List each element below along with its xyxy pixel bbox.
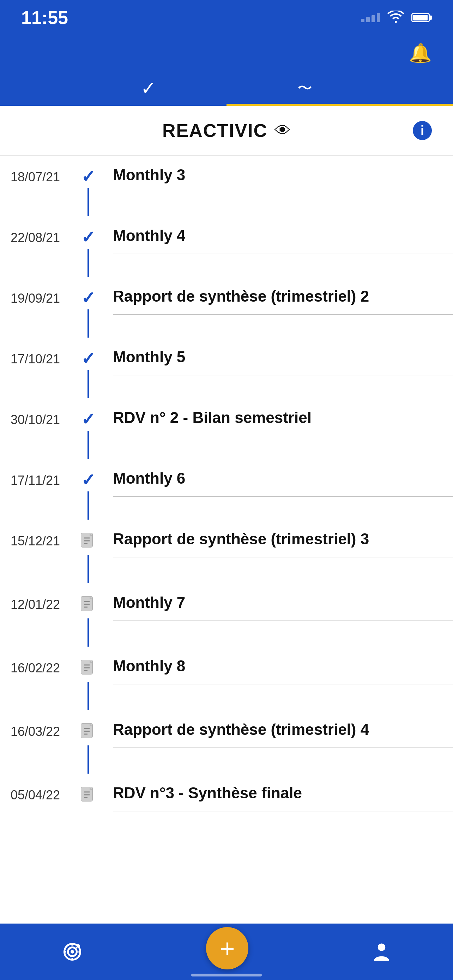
- item-content: RDV n°3 - Synthèse finale: [106, 784, 453, 818]
- info-button[interactable]: i: [413, 121, 432, 140]
- icon-column: [71, 530, 106, 583]
- item-title: Rapport de synthèse (trimestriel) 2: [113, 285, 369, 305]
- icon-column: ✓: [71, 166, 106, 216]
- item-title: RDV n°3 - Synthèse finale: [113, 781, 302, 802]
- item-title: Monthly 4: [113, 224, 185, 244]
- nav-profile[interactable]: [372, 941, 391, 963]
- item-content: Rapport de synthèse (trimestriel) 2: [106, 288, 453, 322]
- item-divider: [113, 496, 453, 497]
- timeline-connector: [87, 492, 89, 520]
- list-item[interactable]: 05/04/22 RDV n°3 - Synthèse finale: [0, 774, 453, 818]
- list-item[interactable]: 17/10/21 ✓ Monthly 5: [0, 337, 453, 398]
- timeline-connector: [87, 745, 89, 774]
- signal-icon: [361, 13, 380, 22]
- nav-target[interactable]: [62, 941, 83, 963]
- date-label: 16/03/22: [0, 721, 71, 739]
- tab-chart[interactable]: 〜: [297, 78, 312, 98]
- list-item[interactable]: 30/10/21 ✓ RDV n° 2 - Bilan semestriel: [0, 398, 453, 459]
- item-content: Rapport de synthèse (trimestriel) 4: [106, 721, 453, 755]
- item-title: Monthly 8: [113, 654, 185, 675]
- item-divider: [113, 557, 453, 557]
- item-title: Rapport de synthèse (trimestriel) 3: [113, 527, 369, 547]
- item-title: Monthly 5: [113, 345, 185, 366]
- eye-icon: 👁: [275, 121, 291, 140]
- timeline-connector: [87, 619, 89, 647]
- info-label: i: [421, 123, 424, 138]
- item-divider: [113, 314, 453, 315]
- check-tab-icon: ✓: [141, 78, 156, 99]
- status-bar: 11:55: [0, 0, 453, 35]
- check-icon: ✓: [81, 411, 95, 428]
- timeline-connector: [87, 682, 89, 710]
- item-content: RDV n° 2 - Bilan semestriel: [106, 409, 453, 443]
- item-content: Monthly 6: [106, 469, 453, 504]
- icon-column: ✓: [71, 348, 106, 398]
- check-icon: ✓: [81, 168, 95, 185]
- document-icon: [79, 786, 97, 806]
- chart-tab-icon: 〜: [297, 78, 312, 98]
- bell-icon[interactable]: 🔔: [409, 42, 432, 64]
- icon-column: [71, 657, 106, 710]
- wifi-icon: [387, 11, 404, 25]
- add-button[interactable]: +: [206, 927, 248, 969]
- item-divider: [113, 254, 453, 254]
- item-divider: [113, 375, 453, 375]
- date-label: 30/10/21: [0, 409, 71, 427]
- date-label: 18/07/21: [0, 166, 71, 185]
- date-label: 22/08/21: [0, 227, 71, 245]
- svg-point-27: [71, 950, 74, 953]
- item-title: Rapport de synthèse (trimestriel) 4: [113, 718, 369, 738]
- date-label: 16/02/22: [0, 657, 71, 676]
- timeline-connector: [87, 431, 89, 459]
- item-divider: [113, 684, 453, 684]
- item-content: Monthly 3: [106, 166, 453, 200]
- item-content: Monthly 7: [106, 594, 453, 628]
- check-icon: ✓: [81, 229, 95, 246]
- item-divider: [113, 193, 453, 193]
- icon-column: ✓: [71, 227, 106, 277]
- tab-bar: ✓ 〜: [0, 70, 453, 106]
- icon-column: ✓: [71, 409, 106, 459]
- check-icon: ✓: [81, 472, 95, 488]
- document-icon: [79, 659, 97, 679]
- document-icon: [79, 532, 97, 552]
- icon-column: [71, 594, 106, 647]
- icon-column: [71, 784, 106, 806]
- icon-column: ✓: [71, 288, 106, 337]
- list-item[interactable]: 16/03/22 Rapport de synthèse (trimestrie…: [0, 710, 453, 774]
- list-item[interactable]: 19/09/21 ✓ Rapport de synthèse (trimestr…: [0, 277, 453, 337]
- document-icon: [79, 596, 97, 616]
- status-time: 11:55: [21, 7, 68, 28]
- notification-row: 🔔: [0, 35, 453, 70]
- timeline-connector: [87, 370, 89, 398]
- status-icons: [361, 11, 432, 25]
- list-item[interactable]: 16/02/22 Monthly 8: [0, 647, 453, 710]
- list-item[interactable]: 22/08/21 ✓ Monthly 4: [0, 216, 453, 277]
- timeline-connector: [87, 309, 89, 337]
- item-divider: [113, 811, 453, 811]
- date-label: 17/11/21: [0, 469, 71, 488]
- list-item[interactable]: 18/07/21 ✓ Monthly 3: [0, 156, 453, 216]
- document-icon: [79, 723, 97, 743]
- list-item[interactable]: 15/12/21 Rapport de synthèse (trimestrie…: [0, 520, 453, 583]
- item-divider: [113, 620, 453, 621]
- item-title: RDV n° 2 - Bilan semestriel: [113, 406, 312, 426]
- item-divider: [113, 436, 453, 436]
- item-title: Monthly 7: [113, 591, 185, 611]
- list-item[interactable]: 12/01/22 Monthly 7: [0, 583, 453, 647]
- item-title: Monthly 3: [113, 163, 185, 183]
- date-label: 12/01/22: [0, 594, 71, 612]
- item-content: Monthly 5: [106, 348, 453, 382]
- header: REACTIVIC 👁 i: [0, 106, 453, 156]
- list-item[interactable]: 17/11/21 ✓ Monthly 6: [0, 459, 453, 520]
- bottom-nav: +: [0, 924, 453, 980]
- home-indicator: [191, 974, 262, 977]
- tab-check[interactable]: ✓: [141, 78, 156, 99]
- date-label: 17/10/21: [0, 348, 71, 366]
- header-title: REACTIVIC: [162, 120, 267, 141]
- timeline: 18/07/21 ✓ Monthly 3 22/08/21 ✓ Monthly …: [0, 156, 453, 832]
- check-icon: ✓: [81, 350, 95, 367]
- timeline-connector: [87, 249, 89, 277]
- icon-column: [71, 721, 106, 774]
- date-label: 19/09/21: [0, 288, 71, 306]
